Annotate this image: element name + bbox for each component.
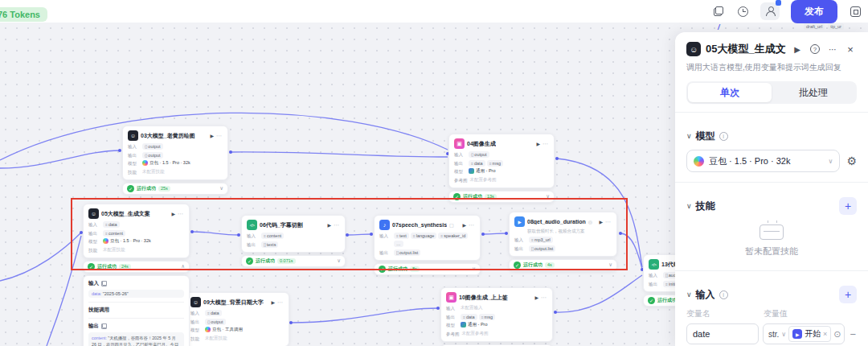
- publish-button[interactable]: 发布: [791, 0, 837, 23]
- tab-batch[interactable]: 批处理: [772, 83, 855, 102]
- history-icon[interactable]: [736, 5, 749, 18]
- duplicate-icon[interactable]: [712, 5, 725, 18]
- node-08[interactable]: ▶08get_audio_duration◎▶⋯获取音频时长，视频合成方案输入≡…: [509, 212, 617, 271]
- field-label: 输出: [454, 160, 466, 167]
- skill-section-label: 技能: [696, 200, 715, 213]
- node-field-row: 模型通用 - Pro: [446, 322, 547, 328]
- node-status-bar[interactable]: ✓运行成功8s∨: [374, 263, 481, 275]
- node-status-bar[interactable]: ✓运行成功4s∨: [509, 259, 617, 271]
- chevron-down-icon[interactable]: ∨: [686, 132, 692, 140]
- run-node-icon[interactable]: ▶: [327, 222, 331, 228]
- run-node-icon[interactable]: ▶: [271, 299, 275, 305]
- variable-value-group[interactable]: str. ∨ ▶ 开始 - data × ⊙: [763, 323, 845, 344]
- status-text: 运行成功: [388, 266, 407, 273]
- skill-call-label: 技能调用: [88, 307, 184, 314]
- node-07[interactable]: ♪07speech_synthesis▢▶⋯输入≡text≡language≡s…: [374, 215, 481, 275]
- node-04[interactable]: ▣04图像生成▶⋯输入{}output输出≡data≡msg模型通用 - Pro…: [448, 134, 555, 203]
- more-menu-icon[interactable]: ⋯: [469, 222, 475, 229]
- node-title: 06代码_字幕切割: [260, 221, 303, 229]
- chevron-icon[interactable]: ∨: [608, 262, 612, 268]
- node-09[interactable]: ☺09大模型_背景日期大字▶⋯输入≡data输出{}output模型豆包 · 工…: [185, 292, 289, 346]
- help-icon[interactable]: ?: [809, 43, 821, 56]
- node-field-row: 输入未配置输入: [446, 305, 547, 311]
- type-select[interactable]: str.: [768, 330, 779, 339]
- more-menu-icon[interactable]: ⋯: [334, 222, 340, 229]
- reference-tag[interactable]: ▶ 开始 - data ×: [788, 326, 831, 342]
- field-value-muted: 未配置技能: [205, 336, 227, 341]
- run-node-icon[interactable]: ▶: [536, 141, 540, 146]
- tab-single[interactable]: 单次: [688, 83, 772, 102]
- copy-icon[interactable]: [101, 323, 107, 329]
- chevron-icon[interactable]: ∨: [219, 185, 223, 192]
- more-menu-icon[interactable]: ⋯: [216, 133, 223, 139]
- chevron-icon[interactable]: ∧: [181, 263, 185, 270]
- node-field-row: 模型通用 - Pro: [454, 168, 549, 175]
- chevron-icon[interactable]: ∨: [472, 266, 476, 272]
- locate-node-icon[interactable]: ⊙: [833, 329, 841, 340]
- img-icon: ▣: [446, 292, 457, 303]
- more-menu-icon[interactable]: ⋯: [826, 43, 839, 56]
- node-status-bar[interactable]: ✓运行成功13s∨: [448, 191, 555, 203]
- field-label: 模型: [128, 160, 140, 167]
- run-node-button[interactable]: ▶: [791, 43, 804, 56]
- col-variable-name: 变量名: [686, 308, 764, 319]
- more-menu-icon[interactable]: ⋯: [178, 211, 184, 217]
- field-value-muted: 未配置参考图: [470, 177, 497, 183]
- node-title: 09大模型_背景日期大字: [203, 299, 264, 307]
- run-node-icon[interactable]: ▶: [599, 219, 603, 224]
- field-value-pill: ≡data: [461, 314, 477, 320]
- add-input-button[interactable]: +: [839, 286, 857, 303]
- window-icon[interactable]: [850, 6, 862, 17]
- run-duration-badge: 25s: [158, 186, 170, 192]
- node-status-bar[interactable]: ✓运行成功25s∨: [122, 183, 228, 195]
- model-settings-gear-icon[interactable]: ⚙: [846, 154, 857, 167]
- copy-icon[interactable]: [101, 281, 107, 286]
- notification-dot: [776, 0, 781, 6]
- field-label: 输出: [128, 152, 140, 159]
- node-field-row: 输出[]output.list: [514, 245, 612, 252]
- field-label: 输入: [128, 143, 140, 150]
- more-menu-icon[interactable]: ⋯: [542, 141, 549, 147]
- more-menu-icon[interactable]: ⋯: [541, 295, 547, 301]
- field-label: 模型: [88, 238, 100, 245]
- node-field-row: 模型豆包 · 1.5 · Pro · 32k: [88, 238, 184, 245]
- status-text: 运行成功: [256, 257, 275, 265]
- variable-name-input[interactable]: [686, 323, 759, 344]
- chevron-icon[interactable]: ∨: [546, 193, 550, 200]
- node-run-result-panel: 输入data: "2025-05-26"技能调用输出content: "天机播报…: [83, 275, 190, 346]
- collaborate-button[interactable]: [760, 2, 780, 20]
- field-value-muted: 未配置技能: [103, 247, 125, 253]
- node-title: 05大模型_生成文案: [101, 210, 150, 218]
- node-title: 03大模型_老黄历绘图: [141, 132, 195, 140]
- add-skill-button[interactable]: +: [839, 197, 857, 215]
- node-status-bar[interactable]: ✓运行成功0.071s∨: [241, 255, 346, 267]
- node-10[interactable]: ▣10图像生成_上上签▶⋯输入未配置输入输出≡data≡msg模型通用 - Pr…: [440, 287, 553, 346]
- close-panel-icon[interactable]: ×: [844, 43, 857, 56]
- model-select[interactable]: 豆包 · 1.5 · Pro · 32k ∨: [686, 150, 840, 172]
- node-05[interactable]: ☺05大模型_生成文案▶⋯输入≡data输出≡content模型豆包 · 1.5…: [83, 204, 190, 346]
- field-value-pill: ≡msg: [487, 160, 503, 167]
- node-status-bar[interactable]: ✓运行成功24s∧: [83, 261, 190, 273]
- node-field-row: 模型豆包 · 工具调用: [190, 327, 284, 333]
- run-node-icon[interactable]: ▶: [462, 222, 466, 228]
- code-icon: </>: [247, 220, 257, 230]
- run-node-icon[interactable]: ▶: [210, 133, 214, 138]
- chevron-down-icon[interactable]: ∨: [686, 202, 692, 210]
- node-03[interactable]: ☺03大模型_老黄历绘图▶⋯输入{}output输出{}output模型豆包 ·…: [122, 126, 228, 195]
- more-menu-icon[interactable]: ⋯: [277, 299, 284, 306]
- chevron-icon[interactable]: ∨: [337, 257, 341, 264]
- run-node-icon[interactable]: ▶: [534, 295, 538, 300]
- field-label: 输入: [247, 233, 259, 239]
- success-check-icon: ✓: [514, 262, 521, 269]
- success-check-icon: ✓: [453, 193, 461, 200]
- remove-row-button[interactable]: −: [849, 328, 857, 340]
- field-label: 技能: [190, 336, 203, 342]
- run-node-icon[interactable]: ▶: [171, 211, 175, 216]
- remove-reference-icon[interactable]: ×: [823, 330, 827, 338]
- more-menu-icon[interactable]: ⋯: [605, 219, 612, 225]
- field-value-pill: ≡content: [103, 230, 125, 237]
- field-value-pill: ≡text: [394, 233, 409, 239]
- field-label: 输出: [247, 241, 259, 248]
- node-06[interactable]: </>06代码_字幕切割▶⋯输入≡content输出[]texts✓运行成功0.…: [241, 215, 346, 267]
- chevron-down-icon[interactable]: ∨: [686, 290, 692, 299]
